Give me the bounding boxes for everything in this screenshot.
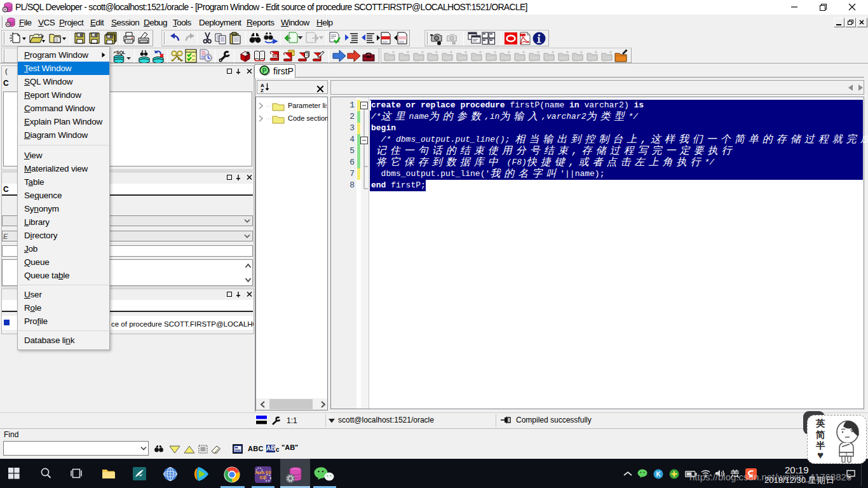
svg-text:P: P: [262, 67, 267, 74]
svg-text:K: K: [656, 471, 661, 478]
svg-text:IDE: IDE: [259, 475, 267, 480]
svg-text:Java EE: Java EE: [255, 470, 271, 475]
svg-text:SQL: SQL: [116, 50, 126, 55]
svg-text:Z: Z: [261, 88, 264, 92]
